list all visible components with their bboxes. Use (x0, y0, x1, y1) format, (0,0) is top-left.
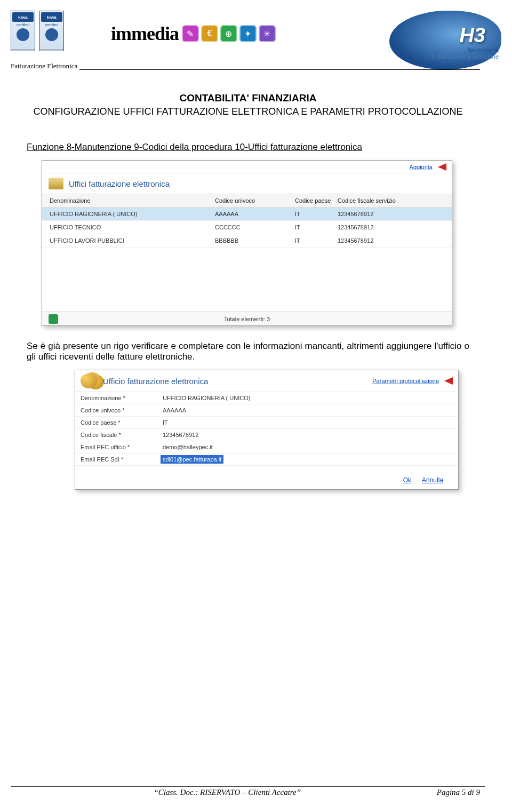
page-footer: . “Class. Doc.: RISERVATO – Clienti Acca… (11, 786, 485, 797)
field-label-email-pec-ufficio: Email PEC ufficio (81, 444, 161, 450)
field-label-codice-fiscale: Codice fiscale (81, 432, 161, 438)
back-arrow-icon[interactable] (444, 377, 453, 385)
table-empty-area (42, 248, 452, 312)
footer-page-number: Pagina 5 di 9 (437, 788, 480, 797)
field-label-codice-univoco: Codice univoco (81, 407, 161, 413)
field-value-email-pec-ufficio[interactable]: demo@halleypec.it (161, 443, 453, 451)
cancel-button[interactable]: Annulla (422, 476, 443, 484)
kiwa-cert-badge-1: kiwa certified (11, 11, 35, 51)
col-codice-univoco: Codice univoco (215, 197, 295, 204)
kiwa-seal-icon (17, 28, 29, 41)
module-document-icon: ✎ (182, 25, 199, 42)
field-label-email-pec-sdi: Email PEC SdI (81, 456, 161, 463)
module-globe-icon: ⊕ (220, 25, 237, 42)
table-row[interactable]: UFFICIO LAVORI PUBBLICI BBBBBB IT 123456… (42, 234, 452, 248)
coins-icon (81, 373, 98, 388)
h3-caption: Servizi per la Pubblica Amministrazione (431, 47, 499, 60)
kiwa-seal-icon (45, 28, 58, 41)
col-codice-paese: Codice paese (295, 197, 338, 204)
col-denominazione: Denominazione (50, 197, 215, 204)
table-header: Denominazione Codice univoco Codice paes… (42, 194, 452, 208)
immedia-wordmark: immedia (111, 22, 179, 45)
form-title: Ufficio fatturazione elettronica (103, 377, 208, 386)
page-header: kiwa certified kiwa certified immedia ✎ … (11, 11, 485, 64)
add-link[interactable]: Aggiunta (410, 164, 433, 170)
h3-mark: H3 (459, 24, 485, 47)
section-title-2: CONFIGURAZIONE UFFICI FATTURAZIONE ELETT… (27, 106, 469, 117)
screenshot-ufficio-form: Ufficio fatturazione elettronica Paramet… (75, 370, 459, 490)
table-footer: Totale elementi: 3 (42, 312, 452, 325)
function-path: Funzione 8-Manutenzione 9-Codici della p… (27, 142, 469, 153)
kiwa-logo-icon: kiwa (12, 12, 34, 22)
export-excel-icon[interactable] (49, 314, 58, 324)
immedia-app-icons: ✎ € ⊕ ✦ ✳ (182, 25, 276, 42)
footer-classification: “Class. Doc.: RISERVATO – Clienti Accatr… (154, 788, 301, 797)
field-label-denominazione: Denominazione (81, 395, 161, 401)
folder-icon (49, 178, 63, 189)
field-value-codice-univoco[interactable]: AAAAAA (161, 406, 225, 415)
section-title-1: CONTABILITA' FINANZIARIA (27, 92, 469, 104)
table-row[interactable]: UFFICIO RAGIONERIA ( UNICO) AAAAAA IT 12… (42, 208, 452, 221)
back-arrow-icon[interactable] (438, 163, 446, 171)
total-elements-label: Totale elementi: 3 (224, 316, 270, 322)
kiwa-cert-badge-2: kiwa certified (39, 11, 64, 51)
module-atom-icon: ✳ (259, 25, 276, 42)
col-codice-fiscale: Codice fiscale servizio (338, 197, 444, 204)
field-label-codice-paese: Codice paese (81, 419, 161, 426)
table-row[interactable]: UFFICIO TECNICO CCCCCC IT 12345678912 (42, 221, 452, 234)
field-value-codice-paese[interactable]: IT (161, 418, 193, 427)
ok-button[interactable]: Ok (403, 476, 411, 484)
module-people-icon: ✦ (239, 25, 257, 42)
h3-logo: H3 Servizi per la Pubblica Amministrazio… (389, 11, 501, 69)
field-value-email-pec-sdi[interactable]: sdi01@pec.fatturapa.it (161, 455, 223, 464)
field-value-codice-fiscale[interactable]: 12345678912 (161, 431, 453, 439)
immedia-logo: immedia ✎ € ⊕ ✦ ✳ (111, 22, 276, 45)
kiwa-logo-icon: kiwa (41, 12, 62, 22)
field-value-denominazione[interactable]: UFFICIO RAGIONERIA ( UNICO) (161, 394, 453, 402)
screenshot-uffici-list: Aggiunta Uffici fatturazione elettronica… (42, 160, 452, 326)
instruction-paragraph: Se è già presente un rigo verificare e c… (27, 341, 469, 362)
parametri-protocollazione-link[interactable]: Parametri protocollazione (372, 378, 439, 384)
panel-title: Uffici fatturazione elettronica (69, 179, 170, 188)
module-euro-icon: € (201, 25, 218, 42)
